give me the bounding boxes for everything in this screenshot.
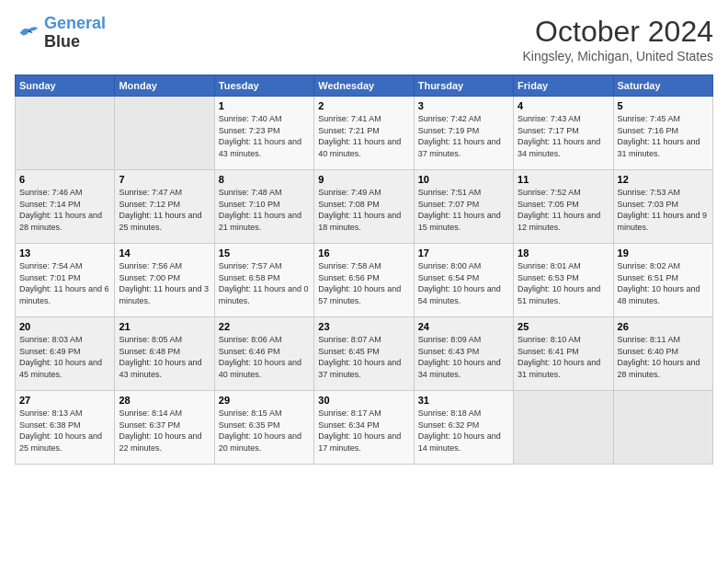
location: Kingsley, Michigan, United States — [522, 49, 713, 63]
day-number: 22 — [219, 321, 310, 332]
calendar-cell: 17Sunrise: 8:00 AM Sunset: 6:54 PM Dayli… — [414, 244, 513, 317]
day-number: 12 — [618, 174, 709, 185]
calendar-cell: 4Sunrise: 7:43 AM Sunset: 7:17 PM Daylig… — [514, 97, 613, 170]
calendar-week-1: 1Sunrise: 7:40 AM Sunset: 7:23 PM Daylig… — [16, 97, 713, 170]
day-info: Sunrise: 8:03 AM Sunset: 6:49 PM Dayligh… — [19, 334, 110, 380]
calendar-cell: 25Sunrise: 8:10 AM Sunset: 6:41 PM Dayli… — [514, 317, 613, 391]
calendar-cell: 19Sunrise: 8:02 AM Sunset: 6:51 PM Dayli… — [613, 244, 712, 317]
day-number: 7 — [119, 174, 210, 185]
day-info: Sunrise: 8:07 AM Sunset: 6:45 PM Dayligh… — [318, 334, 409, 380]
calendar-cell: 18Sunrise: 8:01 AM Sunset: 6:53 PM Dayli… — [514, 244, 613, 317]
day-info: Sunrise: 8:05 AM Sunset: 6:48 PM Dayligh… — [119, 334, 210, 380]
calendar-cell — [514, 391, 613, 465]
day-info: Sunrise: 7:49 AM Sunset: 7:08 PM Dayligh… — [318, 187, 409, 233]
calendar-cell — [115, 97, 214, 170]
header-friday: Friday — [514, 75, 613, 97]
calendar-cell: 15Sunrise: 7:57 AM Sunset: 6:58 PM Dayli… — [214, 244, 313, 317]
calendar-cell: 5Sunrise: 7:45 AM Sunset: 7:16 PM Daylig… — [613, 97, 712, 170]
day-number: 3 — [418, 100, 509, 111]
day-number: 24 — [418, 321, 509, 332]
day-number: 28 — [119, 395, 210, 406]
calendar-week-4: 20Sunrise: 8:03 AM Sunset: 6:49 PM Dayli… — [16, 317, 713, 391]
day-number: 20 — [19, 321, 110, 332]
day-info: Sunrise: 8:02 AM Sunset: 6:51 PM Dayligh… — [618, 260, 709, 306]
calendar-cell — [613, 391, 712, 465]
calendar-cell: 27Sunrise: 8:13 AM Sunset: 6:38 PM Dayli… — [16, 391, 115, 465]
day-info: Sunrise: 8:09 AM Sunset: 6:43 PM Dayligh… — [418, 334, 509, 380]
day-number: 4 — [518, 100, 609, 111]
day-info: Sunrise: 7:54 AM Sunset: 7:01 PM Dayligh… — [19, 260, 110, 306]
day-info: Sunrise: 7:46 AM Sunset: 7:14 PM Dayligh… — [19, 187, 110, 233]
calendar-cell: 2Sunrise: 7:41 AM Sunset: 7:21 PM Daylig… — [314, 97, 414, 170]
calendar-cell: 24Sunrise: 8:09 AM Sunset: 6:43 PM Dayli… — [414, 317, 513, 391]
day-number: 1 — [219, 100, 310, 111]
day-info: Sunrise: 7:52 AM Sunset: 7:05 PM Dayligh… — [518, 187, 609, 233]
day-info: Sunrise: 8:13 AM Sunset: 6:38 PM Dayligh… — [19, 408, 110, 454]
calendar-body: 1Sunrise: 7:40 AM Sunset: 7:23 PM Daylig… — [16, 97, 713, 465]
month-title: October 2024 — [522, 15, 713, 49]
day-info: Sunrise: 8:18 AM Sunset: 6:32 PM Dayligh… — [418, 408, 509, 454]
day-number: 15 — [219, 247, 310, 259]
calendar-cell: 26Sunrise: 8:11 AM Sunset: 6:40 PM Dayli… — [613, 317, 712, 391]
day-number: 13 — [19, 247, 110, 259]
logo-icon — [15, 20, 40, 46]
day-number: 27 — [19, 395, 110, 406]
calendar-cell: 1Sunrise: 7:40 AM Sunset: 7:23 PM Daylig… — [214, 97, 313, 170]
day-info: Sunrise: 8:00 AM Sunset: 6:54 PM Dayligh… — [418, 260, 509, 306]
calendar-cell: 6Sunrise: 7:46 AM Sunset: 7:14 PM Daylig… — [16, 170, 115, 244]
header-row: Sunday Monday Tuesday Wednesday Thursday… — [16, 75, 713, 97]
calendar-cell: 29Sunrise: 8:15 AM Sunset: 6:35 PM Dayli… — [214, 391, 313, 465]
calendar-cell: 21Sunrise: 8:05 AM Sunset: 6:48 PM Dayli… — [115, 317, 214, 391]
day-number: 29 — [219, 395, 310, 406]
calendar-cell: 14Sunrise: 7:56 AM Sunset: 7:00 PM Dayli… — [115, 244, 214, 317]
day-info: Sunrise: 7:40 AM Sunset: 7:23 PM Dayligh… — [219, 113, 310, 159]
header-thursday: Thursday — [414, 75, 513, 97]
calendar-week-2: 6Sunrise: 7:46 AM Sunset: 7:14 PM Daylig… — [16, 170, 713, 244]
calendar-table: Sunday Monday Tuesday Wednesday Thursday… — [15, 75, 713, 465]
day-number: 26 — [618, 321, 709, 332]
day-info: Sunrise: 8:14 AM Sunset: 6:37 PM Dayligh… — [119, 408, 210, 454]
calendar-week-5: 27Sunrise: 8:13 AM Sunset: 6:38 PM Dayli… — [16, 391, 713, 465]
calendar-cell: 16Sunrise: 7:58 AM Sunset: 6:56 PM Dayli… — [314, 244, 414, 317]
day-number: 10 — [418, 174, 509, 185]
calendar-cell: 30Sunrise: 8:17 AM Sunset: 6:34 PM Dayli… — [314, 391, 414, 465]
day-number: 9 — [318, 174, 409, 185]
day-info: Sunrise: 7:42 AM Sunset: 7:19 PM Dayligh… — [418, 113, 509, 159]
day-number: 23 — [318, 321, 409, 332]
day-info: Sunrise: 7:57 AM Sunset: 6:58 PM Dayligh… — [219, 260, 310, 306]
logo: GeneralBlue — [15, 15, 106, 52]
day-info: Sunrise: 7:43 AM Sunset: 7:17 PM Dayligh… — [518, 113, 609, 159]
day-number: 2 — [318, 100, 409, 111]
calendar-cell: 10Sunrise: 7:51 AM Sunset: 7:07 PM Dayli… — [414, 170, 513, 244]
logo-text: GeneralBlue — [44, 15, 106, 52]
day-info: Sunrise: 8:11 AM Sunset: 6:40 PM Dayligh… — [618, 334, 709, 380]
day-info: Sunrise: 8:06 AM Sunset: 6:46 PM Dayligh… — [219, 334, 310, 380]
calendar-cell: 3Sunrise: 7:42 AM Sunset: 7:19 PM Daylig… — [414, 97, 513, 170]
day-info: Sunrise: 8:01 AM Sunset: 6:53 PM Dayligh… — [518, 260, 609, 306]
header-sunday: Sunday — [16, 75, 115, 97]
calendar-cell: 23Sunrise: 8:07 AM Sunset: 6:45 PM Dayli… — [314, 317, 414, 391]
calendar-cell: 20Sunrise: 8:03 AM Sunset: 6:49 PM Dayli… — [16, 317, 115, 391]
day-info: Sunrise: 7:45 AM Sunset: 7:16 PM Dayligh… — [618, 113, 709, 159]
calendar-cell: 28Sunrise: 8:14 AM Sunset: 6:37 PM Dayli… — [115, 391, 214, 465]
header-saturday: Saturday — [613, 75, 712, 97]
day-number: 30 — [318, 395, 409, 406]
day-info: Sunrise: 7:58 AM Sunset: 6:56 PM Dayligh… — [318, 260, 409, 306]
header-tuesday: Tuesday — [214, 75, 313, 97]
calendar-week-3: 13Sunrise: 7:54 AM Sunset: 7:01 PM Dayli… — [16, 244, 713, 317]
calendar-cell: 31Sunrise: 8:18 AM Sunset: 6:32 PM Dayli… — [414, 391, 513, 465]
day-info: Sunrise: 8:15 AM Sunset: 6:35 PM Dayligh… — [219, 408, 310, 454]
day-number: 5 — [618, 100, 709, 111]
day-info: Sunrise: 7:56 AM Sunset: 7:00 PM Dayligh… — [119, 260, 210, 306]
day-info: Sunrise: 7:51 AM Sunset: 7:07 PM Dayligh… — [418, 187, 509, 233]
day-info: Sunrise: 7:48 AM Sunset: 7:10 PM Dayligh… — [219, 187, 310, 233]
calendar-cell: 12Sunrise: 7:53 AM Sunset: 7:03 PM Dayli… — [613, 170, 712, 244]
header-wednesday: Wednesday — [314, 75, 414, 97]
day-number: 6 — [19, 174, 110, 185]
day-number: 19 — [618, 247, 709, 259]
day-number: 31 — [418, 395, 509, 406]
header-monday: Monday — [115, 75, 214, 97]
day-number: 18 — [518, 247, 609, 259]
day-number: 8 — [219, 174, 310, 185]
day-number: 11 — [518, 174, 609, 185]
